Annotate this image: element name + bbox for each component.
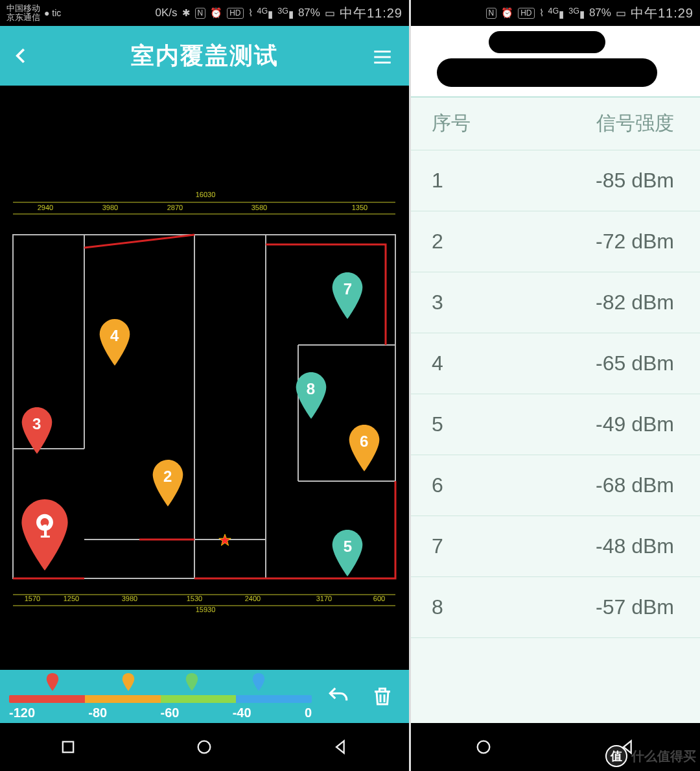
- legend-tick: -120: [9, 706, 35, 720]
- svg-text:2940: 2940: [38, 204, 53, 211]
- map-pin-7[interactable]: 7: [329, 272, 366, 319]
- col-header-value: 信号强度: [509, 110, 679, 137]
- nav-recent-button[interactable]: [42, 734, 94, 760]
- signal-4g-icon: 4G▮: [548, 6, 565, 20]
- router-star-icon: [218, 533, 232, 550]
- map-pin-3[interactable]: 3: [19, 407, 55, 454]
- table-row[interactable]: 8-57 dBm: [411, 577, 700, 638]
- table-header: 序号 信号强度: [411, 97, 700, 150]
- cell-value: -48 dBm: [509, 534, 679, 558]
- battery-icon: ▭: [616, 6, 626, 20]
- app-bar: 室内覆盖测试: [0, 26, 409, 86]
- svg-rect-36: [63, 742, 73, 752]
- page-title: 室内覆盖测试: [131, 40, 279, 72]
- phone-left: 中国移动 京东通信 ● tic 0K/s ✱ N ⏰ HD ⌇ 4G▮ 3G▮ …: [0, 0, 411, 771]
- svg-text:16030: 16030: [196, 191, 216, 198]
- nav-back-button[interactable]: [315, 734, 367, 760]
- phone-right: N ⏰ HD ⌇ 4G▮ 3G▮ 87% ▭ 中午11:29 序号 信号强度 1…: [411, 0, 700, 771]
- table-row[interactable]: 6-68 dBm: [411, 455, 700, 516]
- cell-value: -82 dBm: [509, 291, 679, 314]
- svg-text:3980: 3980: [102, 204, 118, 211]
- tic-icon: ● tic: [44, 8, 61, 18]
- svg-text:3580: 3580: [251, 204, 267, 211]
- watermark-text: 什么值得买: [631, 748, 696, 765]
- battery-pct: 87%: [589, 6, 611, 19]
- signal-legend: -120 -80 -60 -40 0: [9, 673, 312, 720]
- back-button[interactable]: [12, 40, 31, 71]
- cell-index: 4: [432, 351, 509, 375]
- wifi-icon: ⌇: [248, 7, 253, 19]
- legend-tick: 0: [305, 706, 312, 720]
- svg-point-37: [198, 741, 211, 753]
- signal-table: 序号 信号强度 1-85 dBm2-72 dBm3-82 dBm4-65 dBm…: [411, 97, 700, 723]
- map-pin-6[interactable]: 6: [346, 425, 382, 471]
- nfc-icon: N: [486, 8, 497, 19]
- legend-tick: -40: [233, 706, 251, 720]
- legend-tick: -80: [88, 706, 107, 720]
- cell-index: 5: [432, 412, 509, 436]
- cell-index: 6: [432, 473, 509, 497]
- battery-pct: 87%: [298, 6, 320, 19]
- wifi-icon: ⌇: [539, 7, 544, 19]
- cell-index: 7: [432, 534, 509, 558]
- redacted-text: [489, 31, 605, 53]
- svg-marker-33: [219, 534, 231, 545]
- nav-home-button[interactable]: [458, 734, 509, 760]
- cell-value: -85 dBm: [509, 169, 679, 193]
- signal-3g-icon: 3G▮: [568, 6, 585, 20]
- table-row[interactable]: 3-82 dBm: [411, 272, 700, 333]
- right-header: [411, 26, 700, 97]
- table-row[interactable]: 1-85 dBm: [411, 150, 700, 211]
- battery-icon: ▭: [325, 6, 335, 20]
- svg-text:600: 600: [373, 595, 385, 602]
- map-pin-8[interactable]: 8: [293, 372, 329, 419]
- floorplan-canvas[interactable]: 16030 2940 3980 2870 3580 1350 15930 157…: [0, 86, 409, 670]
- svg-text:2400: 2400: [245, 595, 261, 602]
- cell-index: 1: [432, 169, 509, 193]
- svg-text:3170: 3170: [316, 595, 332, 602]
- cell-index: 2: [432, 230, 509, 254]
- redacted-text: [437, 58, 657, 87]
- legend-tick: -60: [161, 706, 180, 720]
- watermark-icon: 值: [605, 745, 627, 767]
- hd-icon: HD: [227, 8, 243, 19]
- map-pin-5[interactable]: 5: [329, 530, 366, 576]
- nav-home-button[interactable]: [178, 734, 230, 760]
- signal-4g-icon: 4G▮: [257, 6, 274, 20]
- cell-index: 8: [432, 595, 509, 619]
- menu-button[interactable]: [369, 44, 396, 70]
- svg-text:1570: 1570: [25, 595, 40, 602]
- col-header-index: 序号: [432, 110, 509, 137]
- carrier-label: 中国移动 京东通信: [6, 4, 40, 22]
- table-row[interactable]: 4-65 dBm: [411, 333, 700, 394]
- svg-text:3980: 3980: [122, 595, 137, 602]
- table-row[interactable]: 2-72 dBm: [411, 211, 700, 272]
- net-speed: 0K/s: [155, 6, 177, 19]
- alarm-icon: ⏰: [501, 7, 513, 19]
- table-row[interactable]: 7-48 dBm: [411, 516, 700, 577]
- watermark: 值 什么值得买: [605, 745, 696, 767]
- table-row[interactable]: 5-49 dBm: [411, 394, 700, 455]
- svg-text:1250: 1250: [64, 595, 79, 602]
- map-pin-1[interactable]: 1: [16, 499, 74, 571]
- undo-button[interactable]: [321, 679, 356, 714]
- legend-bar: -120 -80 -60 -40 0: [0, 670, 409, 723]
- hd-icon: HD: [518, 8, 534, 19]
- cell-value: -65 dBm: [509, 351, 679, 375]
- map-pin-4[interactable]: 4: [97, 319, 133, 366]
- delete-button[interactable]: [365, 679, 400, 714]
- map-pin-2[interactable]: 2: [150, 460, 186, 506]
- svg-text:2870: 2870: [167, 204, 183, 211]
- cell-value: -68 dBm: [509, 473, 679, 497]
- bluetooth-icon: ✱: [182, 7, 191, 19]
- svg-text:15930: 15930: [196, 606, 216, 613]
- android-navbar-left: [0, 723, 409, 771]
- clock: 中午11:29: [340, 5, 402, 22]
- clock: 中午11:29: [631, 5, 694, 22]
- svg-marker-38: [336, 741, 344, 753]
- svg-text:1350: 1350: [352, 204, 368, 211]
- signal-3g-icon: 3G▮: [277, 6, 294, 20]
- statusbar-right: N ⏰ HD ⌇ 4G▮ 3G▮ 87% ▭ 中午11:29: [411, 0, 700, 26]
- nfc-icon: N: [195, 8, 206, 19]
- cell-value: -49 dBm: [509, 412, 679, 436]
